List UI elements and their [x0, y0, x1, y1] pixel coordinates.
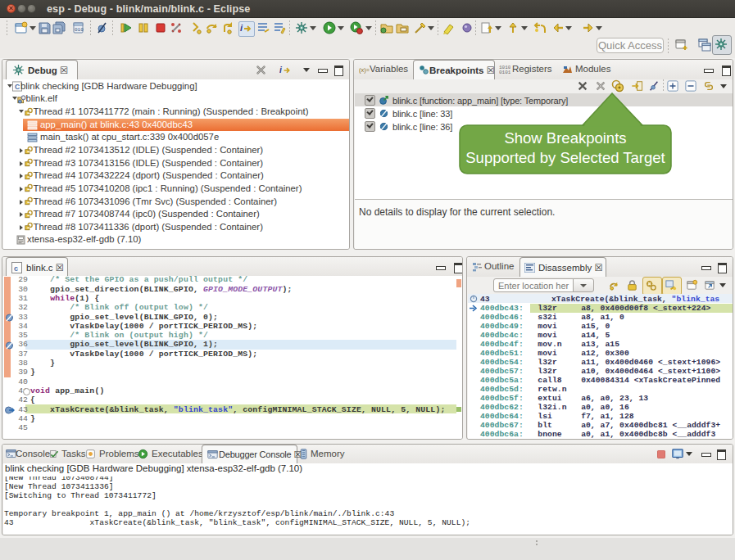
svg-text:C: C	[15, 83, 20, 91]
svg-text:i: i	[279, 65, 283, 75]
svg-text:c: c	[14, 264, 18, 273]
svg-text:Show Breakpoints: Show Breakpoints	[504, 129, 626, 147]
svg-text:i: i	[240, 23, 243, 33]
svg-text:Supported by Selected Target: Supported by Selected Target	[465, 149, 665, 166]
svg-text:0101: 0101	[499, 70, 510, 75]
svg-text:(x)=: (x)=	[359, 66, 370, 74]
svg-text:010: 010	[75, 27, 84, 33]
